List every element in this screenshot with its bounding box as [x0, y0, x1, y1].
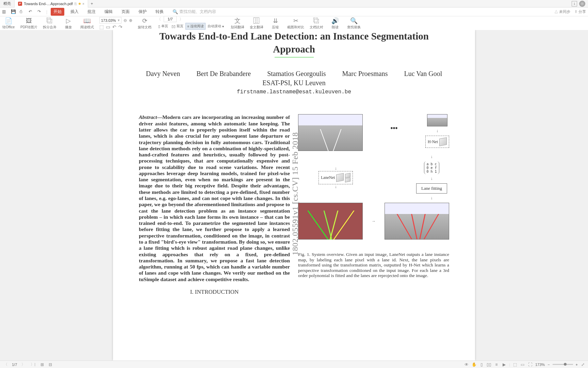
unsaved-dot-icon [79, 3, 81, 5]
zoom-minus-icon[interactable]: − [548, 363, 550, 367]
undo-icon[interactable]: ↶ [29, 9, 34, 15]
tab-home[interactable]: 稻壳 [0, 0, 15, 7]
view-continuous[interactable]: ≡ 连续阅读 [185, 23, 206, 30]
fit-width-icon[interactable]: ⬚ [99, 24, 104, 30]
tool-compare[interactable]: ⿻文档比对 [310, 17, 323, 30]
view-single-sb-icon[interactable]: ▯ [479, 362, 484, 367]
author: Davy Neven [146, 70, 180, 78]
auto-scroll[interactable]: 自动滚动 ▾ [206, 23, 225, 30]
zoom-in-sb-icon[interactable]: ⊞ [40, 362, 45, 367]
file-icon[interactable]: ▥ [2, 9, 7, 15]
tab-pin-icon[interactable]: ⎘ [75, 2, 77, 6]
ribbon-tab-edit[interactable]: 编辑 [102, 8, 115, 16]
view-double[interactable]: ▯▯ 双页 [170, 23, 185, 30]
tool-read-aloud[interactable]: 🔊朗读 [329, 17, 342, 30]
avatar[interactable] [579, 1, 585, 7]
tool-compress[interactable]: ⇊压缩 [269, 17, 282, 30]
tool-full-translate[interactable]: ⿲全文翻译 [250, 17, 263, 30]
statusbar: 〈 1/7 〉 〉| ⊞ ⊟ 👁 ✋ ▯ ▯▯ ≡ ▶ | ⬚ ▭ ⛶ 173%… [0, 361, 588, 368]
translate-word-icon: 文 [234, 17, 241, 25]
zoom-slider[interactable] [553, 364, 573, 365]
arrow-down-icon: ↓ [430, 154, 432, 159]
hand-icon[interactable]: ✋ [472, 362, 476, 367]
next-page-icon[interactable]: 〉 [20, 362, 26, 367]
ribbon-tab-page[interactable]: 页面 [119, 8, 132, 16]
lanenet-label: LaneNet [321, 175, 335, 180]
search-placeholder: 查找功能、文档内容 [179, 9, 216, 15]
window-mode-icon[interactable]: 1 [572, 1, 577, 6]
tab-document[interactable]: P Towards End-…Approach.pdf ⎘ × [15, 0, 88, 7]
ribbon-tab-convert[interactable]: 转换 [153, 8, 166, 16]
speaker-icon: 🔊 [331, 17, 339, 25]
zoom-status[interactable]: 173% [535, 363, 545, 367]
expand-icon[interactable]: ⤢ [581, 362, 585, 367]
cube-icon [345, 177, 350, 182]
compress-icon: ⇊ [272, 17, 279, 25]
redo-icon[interactable]: ↷ [37, 9, 43, 15]
tool-read-mode[interactable]: 📖阅读模式 [80, 17, 94, 30]
titlebar-right: 1 [572, 1, 588, 7]
tool-pdf-to-img[interactable]: 🖼PDF转图片 [20, 17, 37, 30]
zoom-level[interactable]: 173.03% ▾ [99, 17, 121, 24]
arxiv-id: 1802.05591v1 [cs.CV] 15 Feb 2018 [118, 30, 127, 132]
zoom-in-icon[interactable]: ⊕ [129, 18, 132, 23]
rotate-left-icon[interactable]: ↶ [112, 24, 116, 30]
search-box[interactable]: 🔍 查找功能、文档内容 [173, 9, 216, 15]
sync-status[interactable]: △ 未同步 [554, 9, 570, 14]
page-status: 1/7 [12, 363, 17, 367]
last-page-icon[interactable]: 〉| [30, 362, 36, 367]
page-indicator[interactable]: 1/7 [164, 16, 176, 22]
abstract: Abstract—Modern cars are incorporating a… [139, 114, 290, 282]
fig-caption-body: System overview. Given an input image, L… [298, 252, 449, 278]
share-button[interactable]: ⇪ 分享 [574, 9, 586, 14]
image-icon: 🖼 [25, 17, 33, 25]
tool-to-office[interactable]: 📄转Office [2, 17, 15, 30]
left-column: Abstract—Modern cars are incorporating a… [139, 114, 290, 295]
toolbar: 📄转Office 🖼PDF转图片 ⿻拆分合并 ▷播放 📖阅读模式 173.03%… [0, 16, 588, 31]
arrow-down-icon: ↓ [430, 196, 432, 201]
tool-play[interactable]: ▷播放 [62, 17, 75, 30]
rotate-right-icon[interactable]: ↷ [118, 24, 122, 30]
fit-width-sb-icon[interactable]: ⬚ [513, 362, 518, 367]
eye-icon[interactable]: 👁 [464, 362, 469, 367]
ribbon-tab-protect[interactable]: 保护 [136, 8, 149, 16]
fig-input-image-large [298, 114, 363, 151]
tool-word-translate[interactable]: 文划词翻译 [231, 17, 244, 30]
fit-page-icon[interactable]: ▭ [106, 24, 110, 30]
fullscreen-icon[interactable]: ⛶ [528, 362, 533, 367]
fig-hnet-box: H-Net [425, 136, 449, 148]
zoom-plus-icon[interactable]: + [576, 363, 578, 367]
first-page-icon[interactable]: 〈 [3, 362, 9, 367]
zoom-out-icon[interactable]: ⊖ [124, 18, 127, 23]
cube-icon [336, 173, 344, 182]
tool-screenshot[interactable]: ✂截图和对比 [287, 17, 304, 30]
tool-split-merge[interactable]: ⿻拆分合并 [43, 17, 56, 30]
pdf-page: 1802.05591v1 [cs.CV] 15 Feb 2018 Towards… [113, 30, 475, 361]
view-double-sb-icon[interactable]: ▯▯ [487, 362, 491, 367]
arrow-down-icon: ↓ [436, 128, 438, 134]
tool-find-replace[interactable]: 🔍查找替换 [347, 17, 361, 30]
arrow-right-icon: → [372, 219, 376, 224]
view-cont-sb-icon[interactable]: ≡ [494, 362, 499, 367]
prev-page-icon[interactable]: 〈 [157, 16, 161, 22]
tab-home-label: 稻壳 [3, 1, 11, 6]
chevron-down-icon: ▾ [118, 18, 120, 22]
next-page-icon[interactable]: 〉 [179, 16, 183, 22]
play-sb-icon[interactable]: ▶ [502, 362, 506, 367]
zoom-out-sb-icon[interactable]: ⊟ [48, 362, 53, 367]
author: Stamatios Georgoulis [267, 70, 326, 78]
ribbon-tab-insert[interactable]: 插入 [68, 8, 81, 16]
save-icon[interactable]: 💾 [11, 9, 16, 15]
view-single[interactable]: ▯ 单页 [157, 23, 169, 30]
tool-rotate[interactable]: ⟳旋转文档 [138, 17, 151, 30]
affiliation: ESAT-PSI, KU Leuven [139, 79, 449, 87]
ribbon-tab-start[interactable]: 开始 [51, 8, 64, 16]
new-tab-button[interactable]: + [88, 1, 96, 6]
close-icon[interactable]: × [82, 2, 84, 6]
document-area[interactable]: 1802.05591v1 [cs.CV] 15 Feb 2018 Towards… [0, 30, 588, 361]
print-icon[interactable]: ⎙ [20, 9, 25, 15]
fit-page-sb-icon[interactable]: ▭ [520, 362, 525, 367]
ribbon-tab-comment[interactable]: 批注 [85, 8, 98, 16]
translate-full-icon: ⿲ [253, 17, 260, 25]
compare-icon: ⿻ [313, 17, 320, 25]
